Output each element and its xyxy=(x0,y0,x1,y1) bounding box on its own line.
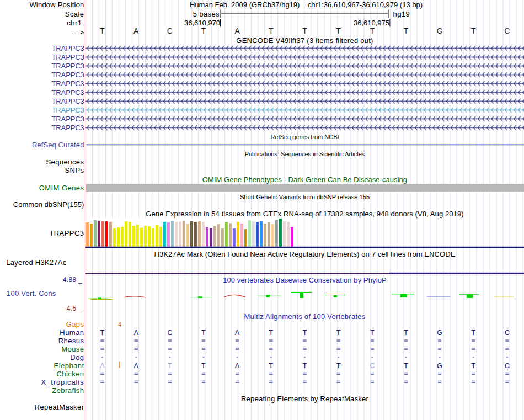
svg-text:T: T xyxy=(370,329,375,337)
svg-text:Gaps: Gaps xyxy=(66,320,84,328)
svg-text:T: T xyxy=(100,329,105,337)
svg-text:OMIM Genes: OMIM Genes xyxy=(39,184,84,192)
svg-text:TRAPPC3: TRAPPC3 xyxy=(52,62,84,70)
svg-text:36,610,970: 36,610,970 xyxy=(184,19,220,27)
svg-text:TRAPPC3: TRAPPC3 xyxy=(52,53,84,61)
svg-text:T: T xyxy=(201,329,206,337)
svg-text:-4.5 _: -4.5 _ xyxy=(65,305,83,312)
svg-text:G: G xyxy=(437,329,442,337)
svg-text:T: T xyxy=(404,26,409,35)
svg-text:TRAPPC3: TRAPPC3 xyxy=(49,229,84,237)
svg-text:36,610,975: 36,610,975 xyxy=(354,19,389,27)
svg-text:TRAPPC3: TRAPPC3 xyxy=(52,44,84,52)
svg-text:TRAPPC3: TRAPPC3 xyxy=(52,71,84,79)
svg-text:T: T xyxy=(404,329,408,337)
svg-text:4.88 _: 4.88 _ xyxy=(63,276,82,284)
svg-text:T: T xyxy=(201,362,206,370)
svg-text:Human: Human xyxy=(60,328,84,337)
svg-text:RefSeq Curated: RefSeq Curated xyxy=(32,141,84,149)
svg-text:100 vertebrates Basewise Conse: 100 vertebrates Basewise Conservation by… xyxy=(223,276,387,284)
svg-text:TRAPPC3: TRAPPC3 xyxy=(52,115,84,123)
svg-text:T: T xyxy=(472,329,476,337)
svg-text:--->: ---> xyxy=(72,28,84,36)
svg-text:X_tropicalis: X_tropicalis xyxy=(41,378,84,386)
svg-text:C: C xyxy=(504,26,510,35)
svg-text:T: T xyxy=(201,26,206,35)
svg-text:hg19: hg19 xyxy=(393,10,410,18)
svg-text:T: T xyxy=(336,362,341,370)
svg-text:TRAPPC3: TRAPPC3 xyxy=(52,124,84,132)
svg-text:T: T xyxy=(336,329,341,337)
svg-text:Zebrafish: Zebrafish xyxy=(52,386,84,395)
svg-text:Common dbSNP(155): Common dbSNP(155) xyxy=(13,200,84,209)
svg-text:C: C xyxy=(167,329,172,337)
svg-text:C: C xyxy=(167,26,173,35)
svg-text:Elephant: Elephant xyxy=(54,361,84,370)
svg-text:H3K27Ac Mark (Often Found Near: H3K27Ac Mark (Often Found Near Active Re… xyxy=(154,250,455,258)
svg-text:T: T xyxy=(269,362,274,370)
svg-text:Sequences: Sequences xyxy=(46,158,84,166)
svg-text:T: T xyxy=(404,362,408,370)
svg-text:Mouse: Mouse xyxy=(61,345,84,353)
svg-text:chr1:: chr1: xyxy=(67,19,84,27)
svg-text:T: T xyxy=(269,329,274,337)
svg-text:T: T xyxy=(303,362,307,370)
svg-text:Multiz Alignments of 100 Verte: Multiz Alignments of 100 Vertebrates xyxy=(244,312,365,321)
svg-text:Repeating Elements by RepeatMa: Repeating Elements by RepeatMasker xyxy=(241,395,368,403)
svg-text:Chicken: Chicken xyxy=(56,370,84,378)
svg-text:T: T xyxy=(472,362,476,370)
svg-text:Publications: Sequences in Sci: Publications: Sequences in Scientific Ar… xyxy=(245,151,365,157)
svg-text:4: 4 xyxy=(118,321,122,328)
svg-text:T: T xyxy=(370,26,375,35)
svg-text:T: T xyxy=(303,329,307,337)
svg-text:TRAPPC3: TRAPPC3 xyxy=(52,106,84,114)
svg-text:T: T xyxy=(168,362,172,370)
svg-text:Gene Expression in 54 tissues: Gene Expression in 54 tissues from GTEx … xyxy=(146,210,463,218)
svg-text:Human Feb. 2009 (GRCh37/hg19): Human Feb. 2009 (GRCh37/hg19) chr1:36,61… xyxy=(190,1,423,9)
svg-text:A: A xyxy=(235,329,240,337)
svg-text:A: A xyxy=(100,362,105,370)
svg-text:RepeatMasker: RepeatMasker xyxy=(35,403,84,411)
svg-text:100 Vert. Cons: 100 Vert. Cons xyxy=(7,289,56,297)
svg-text:SNPs: SNPs xyxy=(65,166,84,174)
svg-text:T: T xyxy=(336,26,341,35)
svg-text:C: C xyxy=(370,362,375,370)
svg-text:OMIM Gene Phenotypes - Dark Gr: OMIM Gene Phenotypes - Dark Green Can Be… xyxy=(202,176,407,184)
svg-text:C: C xyxy=(505,329,510,337)
svg-text:A: A xyxy=(235,362,240,370)
svg-text:TRAPPC3: TRAPPC3 xyxy=(52,79,84,88)
svg-text:G: G xyxy=(437,362,442,370)
svg-text:A: A xyxy=(134,362,139,370)
svg-text:Dog: Dog xyxy=(70,353,84,361)
svg-text:TRAPPC3: TRAPPC3 xyxy=(52,97,84,105)
svg-text:RefSeq genes from NCBI: RefSeq genes from NCBI xyxy=(270,134,339,140)
svg-text:GENCODE V49lift37 (3 items fil: GENCODE V49lift37 (3 items filtered out) xyxy=(236,36,373,45)
svg-text:5 bases: 5 bases xyxy=(193,10,220,18)
svg-text:Short Genetic Variants from db: Short Genetic Variants from dbSNP releas… xyxy=(240,194,370,200)
svg-text:A: A xyxy=(235,26,240,35)
svg-text:G: G xyxy=(437,26,443,35)
svg-text:T: T xyxy=(471,26,476,35)
svg-text:T: T xyxy=(100,26,105,35)
svg-text:C: C xyxy=(505,362,510,370)
svg-text:Window Position: Window Position xyxy=(29,1,84,9)
svg-text:A: A xyxy=(134,329,139,337)
svg-text:T: T xyxy=(302,26,307,35)
svg-text:T: T xyxy=(269,26,274,35)
svg-text:Scale: Scale xyxy=(65,10,84,18)
svg-text:Layered H3K27Ac: Layered H3K27Ac xyxy=(6,258,67,267)
svg-text:A: A xyxy=(133,26,139,35)
svg-text:TRAPPC3: TRAPPC3 xyxy=(52,88,84,97)
svg-text:Rhesus: Rhesus xyxy=(58,337,84,345)
